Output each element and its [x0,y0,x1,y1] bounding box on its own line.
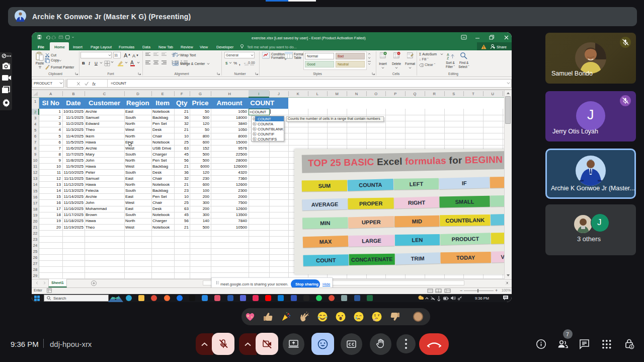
svg-text:fx: fx [93,82,96,86]
svg-text:fx: fx [254,132,256,135]
svg-text:.00: .00 [250,61,255,64]
svg-text:▼: ▼ [136,54,139,57]
svg-text:A: A [124,52,128,58]
svg-text:fx: fx [254,117,256,120]
svg-text:←.0: ←.0 [244,61,250,64]
svg-text:Z: Z [447,56,449,60]
svg-text:A: A [132,53,135,58]
svg-text:▲: ▲ [128,53,131,56]
svg-text:A: A [447,53,449,56]
svg-text:A: A [130,60,134,65]
svg-text:fx: fx [254,137,256,140]
svg-text:fx: fx [254,127,256,130]
svg-text:fx: fx [254,122,256,125]
